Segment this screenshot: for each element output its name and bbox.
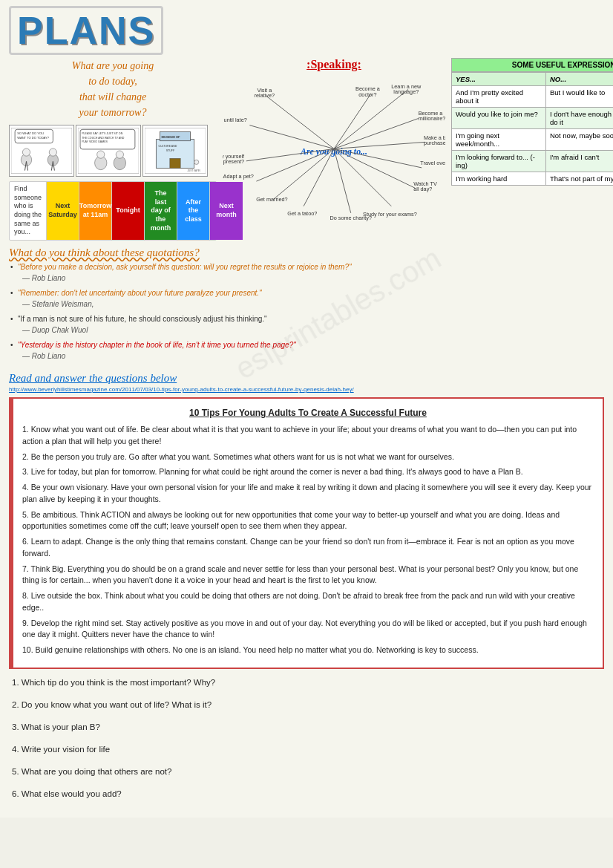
svg-line-35 bbox=[334, 149, 422, 167]
question-item-4: 5. What are you doing that others are no… bbox=[9, 767, 604, 776]
svg-text:Adapt a pet?: Adapt a pet? bbox=[223, 173, 254, 180]
comic-panel-1: SO WHAT DO YOU WANT TO DO TODAY? bbox=[9, 125, 74, 177]
expr-yes-3: I'm looking forward to... (-ing) bbox=[452, 151, 546, 172]
svg-text:Do some charity?: Do some charity? bbox=[330, 215, 372, 221]
expr-yes-1: Would you like to join me? bbox=[452, 108, 546, 129]
page-title: PLANS bbox=[9, 6, 163, 55]
mind-map: Are you going to... bbox=[223, 74, 445, 230]
expr-no-3: I'm afraid I can't bbox=[545, 151, 613, 172]
svg-line-39 bbox=[304, 149, 334, 206]
quote-item-3: "Yesterday is the history chapter in the… bbox=[9, 340, 604, 362]
time-bar: Find someone who is doing the same as yo… bbox=[9, 181, 217, 241]
expr-no-1: I don't have enough money/time (etc.) to… bbox=[545, 108, 613, 129]
time-chip-tonight[interactable]: Tonight bbox=[112, 182, 145, 240]
question-item-0: 1. Which tip do you think is the most im… bbox=[9, 678, 604, 687]
article-para-1: 2. Be the person you truly are. Go after… bbox=[22, 451, 594, 463]
quote-item-2: "If a man is not sure of his future, he … bbox=[9, 314, 604, 336]
article-para-7: 8. Live outside the box. Think about wha… bbox=[22, 590, 594, 614]
quote-item-0: "Before you make a decision, ask yoursel… bbox=[9, 262, 604, 284]
svg-text:purchase?: purchase? bbox=[424, 140, 445, 146]
quotations-section: "Before you make a decision, ask yoursel… bbox=[9, 262, 604, 366]
svg-line-38 bbox=[334, 149, 351, 212]
svg-point-7 bbox=[49, 149, 56, 156]
question-item-1: 2. Do you know what you want out of life… bbox=[9, 700, 604, 709]
motivational-text: What are you going to do today, that wil… bbox=[9, 58, 217, 120]
article-url[interactable]: http://www.beverlyhillstimesmagazine.com… bbox=[9, 386, 604, 393]
svg-line-43 bbox=[249, 125, 334, 149]
svg-text:PLAY VIDEO GAMES: PLAY VIDEO GAMES bbox=[82, 140, 108, 143]
svg-text:CULTURE AND: CULTURE AND bbox=[158, 145, 177, 148]
svg-text:all day?: all day? bbox=[413, 186, 432, 192]
svg-text:PLEASE SAY LET'S JUST SIT ON: PLEASE SAY LET'S JUST SIT ON bbox=[82, 132, 123, 135]
article-title: 10 Tips For Young Adults To Create A Suc… bbox=[22, 406, 594, 420]
svg-text:Work until late?: Work until late? bbox=[223, 117, 247, 123]
article-para-9: 10. Build genuine relationships with oth… bbox=[22, 645, 594, 656]
col-no: NO... bbox=[545, 73, 613, 86]
comic-strip: SO WHAT DO YOU WANT TO DO TODAY? bbox=[9, 125, 217, 177]
quotations-section-title: What do you think about these quotations… bbox=[9, 247, 604, 259]
article-para-2: 3. Live for today, but plan for tomorrow… bbox=[22, 466, 594, 478]
expr-no-2: Not now, maybe soon/one day bbox=[545, 129, 613, 151]
expr-no-4: That's not part of my plans bbox=[545, 172, 613, 186]
svg-text:STUFF: STUFF bbox=[166, 149, 175, 152]
quotes-list: "Before you make a decision, ask yoursel… bbox=[9, 262, 604, 366]
article-para-8: 9. Develop the right mind set. Stay acti… bbox=[22, 618, 594, 642]
svg-text:Get married?: Get married? bbox=[256, 196, 287, 203]
article-para-6: 7. Think Big. Everything you do should b… bbox=[22, 564, 594, 587]
time-chip-lastday[interactable]: The last day of the month bbox=[145, 182, 177, 240]
svg-text:Travel overseas?: Travel overseas? bbox=[420, 160, 445, 166]
question-item-3: 4. Write your vision for life bbox=[9, 745, 604, 754]
questions-list: 1. Which tip do you think is the most im… bbox=[9, 678, 604, 798]
time-chip-saturday[interactable]: Next Saturday bbox=[47, 182, 79, 240]
svg-text:WANT TO DO TODAY?: WANT TO DO TODAY? bbox=[17, 136, 50, 140]
svg-point-18 bbox=[97, 151, 105, 158]
article-para-3: 4. Be your own visionary. Have your own … bbox=[22, 482, 594, 506]
time-chip-after[interactable]: After the class bbox=[177, 182, 210, 240]
svg-text:millionaire?: millionaire? bbox=[419, 115, 445, 122]
page: PLANS What are you going to do today, th… bbox=[0, 0, 613, 818]
expr-yes-2: I'm going next week/month... bbox=[452, 129, 546, 151]
quote-item-1: "Remember: don't let uncertainty about y… bbox=[9, 288, 604, 310]
article-para-5: 6. Learn to adapt. Change is the only th… bbox=[22, 536, 594, 560]
svg-point-28 bbox=[194, 160, 199, 164]
svg-line-37 bbox=[334, 149, 391, 206]
svg-text:Are you going to...: Are you going to... bbox=[300, 146, 367, 157]
article-para-0: 1. Know what you want out of life. Be cl… bbox=[22, 424, 594, 448]
svg-line-36 bbox=[334, 149, 415, 188]
article-para-4: 5. Be ambitious. Think ACTION and always… bbox=[22, 509, 594, 533]
find-someone-text: Find someone who is doing the same as yo… bbox=[10, 182, 47, 240]
svg-point-20 bbox=[116, 151, 123, 158]
article-box: 10 Tips For Young Adults To Create A Suc… bbox=[9, 397, 604, 669]
article-body: 1. Know what you want out of life. Be cl… bbox=[22, 424, 594, 656]
svg-line-44 bbox=[266, 97, 334, 149]
question-item-2: 3. What is your plan B? bbox=[9, 722, 604, 731]
speaking-title: :Speaking: bbox=[223, 58, 445, 71]
read-section-title: Read and answer the questions below bbox=[9, 372, 604, 385]
expr-no-0: But I would like to bbox=[545, 86, 613, 108]
comic-panel-3: MUSEUM OF CULTURE AND STUFF JUST SAYIN bbox=[142, 125, 208, 177]
comic-panel-2: PLEASE SAY LET'S JUST SIT ON THE COUCH A… bbox=[76, 125, 141, 177]
top-left: What are you going to do today, that wil… bbox=[9, 58, 217, 241]
question-item-5: 6. What else would you add? bbox=[9, 789, 604, 798]
svg-text:a present?: a present? bbox=[223, 158, 244, 165]
svg-line-41 bbox=[256, 149, 334, 181]
expressions-table: YES... NO... And I'm pretty excited abou… bbox=[451, 72, 613, 186]
col-yes: YES... bbox=[452, 73, 546, 86]
svg-text:relative?: relative? bbox=[255, 92, 275, 99]
expr-yes-0: And I'm pretty excited about it bbox=[452, 86, 546, 108]
expr-yes-4: I'm working hard bbox=[452, 172, 546, 186]
svg-line-33 bbox=[334, 119, 419, 149]
svg-text:Get a tatoo?: Get a tatoo? bbox=[287, 210, 317, 217]
expressions-section: SOME USEFUL EXPRESSIONS YES... NO... And… bbox=[451, 58, 613, 241]
expressions-title: SOME USEFUL EXPRESSIONS bbox=[451, 58, 613, 72]
svg-line-32 bbox=[334, 89, 408, 149]
svg-rect-27 bbox=[170, 158, 180, 168]
time-chip-tomorrow[interactable]: Tomorrow at 11am bbox=[79, 182, 112, 240]
svg-text:JUST SAYIN: JUST SAYIN bbox=[187, 169, 200, 172]
svg-text:language?: language? bbox=[393, 88, 419, 95]
svg-text:THE COUCH AND WATCH TV AND: THE COUCH AND WATCH TV AND bbox=[82, 137, 125, 140]
svg-line-31 bbox=[334, 94, 371, 149]
title-bar: PLANS bbox=[9, 6, 604, 55]
svg-text:MUSEUM OF: MUSEUM OF bbox=[162, 135, 181, 139]
svg-text:doctor?: doctor? bbox=[358, 91, 376, 98]
